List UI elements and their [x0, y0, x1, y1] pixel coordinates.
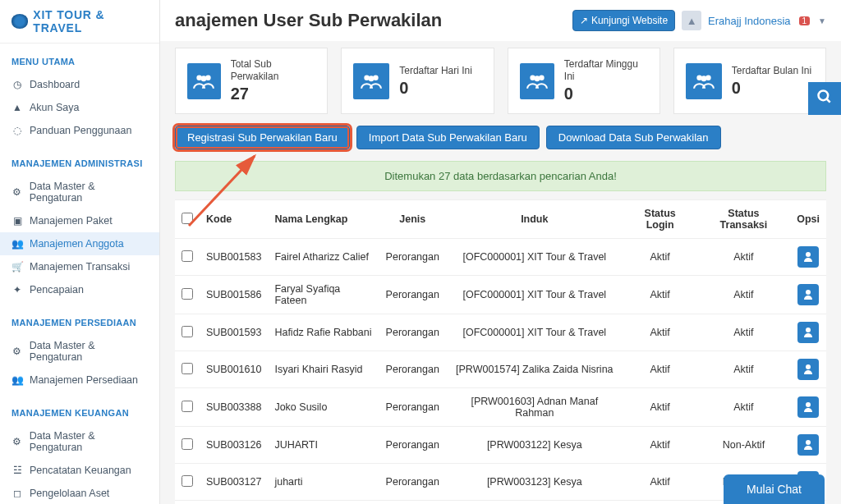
svg-point-11 [701, 76, 706, 81]
cell-jenis: Perorangan [379, 464, 446, 501]
cell-jenis: Perorangan [379, 314, 446, 351]
menu-icon: 🛒 [11, 261, 23, 273]
cell-kode: SUB003127 [200, 464, 268, 501]
menu-icon: ▲ [11, 102, 23, 113]
logo[interactable]: XIT TOUR & TRAVEL [0, 0, 159, 44]
column-header: Kode [200, 200, 268, 239]
cell-jenis: Perorangan [379, 388, 446, 427]
data-table: KodeNama LengkapJenisIndukStatus LoginSt… [175, 199, 826, 504]
menu-label: Pengelolaan Aset [30, 488, 109, 499]
menu-group-title: MANAJEMEN PERSEDIAAN [0, 314, 159, 334]
cell-induk: [PRW001603] Adnan Manaf Rahman [446, 388, 623, 427]
cell-kode: SUB001583 [200, 239, 268, 276]
row-checkbox[interactable] [182, 326, 193, 337]
menu-icon: ✦ [11, 284, 23, 296]
svg-point-13 [806, 290, 811, 295]
sidebar-item[interactable]: ▣Manajemen Paket [0, 209, 159, 232]
menu-label: Pencapaian [30, 284, 84, 296]
menu-icon: 👥 [11, 238, 23, 250]
table-row: SUB001593Hafidz Rafie RabbaniPerorangan[… [175, 314, 826, 351]
svg-point-12 [806, 252, 811, 257]
cell-login: Aktif [623, 351, 697, 388]
table-row: SUB003126JUHARTIPerorangan[PRW003122] Ke… [175, 427, 826, 464]
row-checkbox[interactable] [182, 401, 193, 412]
stat-card: Total Sub Perwakilan27 [175, 48, 328, 114]
sidebar-item[interactable]: ⚙Data Master & Pengaturan [0, 424, 159, 459]
sidebar-item[interactable]: ✦Pencapaian [0, 278, 159, 301]
search-button[interactable] [808, 82, 841, 115]
row-action-button[interactable] [797, 434, 819, 456]
stat-label: Terdaftar Hari Ini [399, 65, 472, 77]
row-checkbox[interactable] [182, 475, 193, 487]
cell-induk: [OFC000001] XIT Tour & Travel [446, 501, 623, 505]
cell-nama: juharti [268, 464, 379, 501]
table-row: SUB001610Isyari Khairi RasyidPerorangan[… [175, 351, 826, 388]
cell-login: Aktif [623, 239, 697, 276]
row-action-button[interactable] [797, 246, 819, 268]
brand-name: XIT TOUR & TRAVEL [33, 8, 148, 34]
svg-point-17 [806, 440, 811, 445]
start-chat-button[interactable]: Mulai Chat [724, 474, 825, 504]
import-data-button[interactable]: Import Data Sub Perwakilan Baru [356, 126, 540, 149]
stat-label: Terdaftar Minggu Ini [564, 58, 648, 83]
select-all-checkbox[interactable] [182, 213, 193, 224]
sidebar-item[interactable]: ◌Panduan Penggunaan [0, 119, 159, 142]
menu-icon: ◌ [11, 125, 23, 136]
row-action-button[interactable] [797, 322, 819, 343]
svg-point-2 [201, 76, 207, 81]
user-icon: ▲ [687, 15, 697, 27]
menu-label: Dashboard [30, 79, 80, 90]
stat-value: 0 [399, 79, 472, 98]
cell-nama: JUHARTI [268, 427, 379, 464]
cell-nama: Isyari Khairi Rasyid [268, 351, 379, 388]
sidebar-item[interactable]: ◻Pengelolaan Aset [0, 482, 159, 504]
logo-icon [11, 14, 28, 29]
row-checkbox[interactable] [182, 363, 193, 374]
register-sub-button[interactable]: Registrasi Sub Perwakilan Baru [175, 126, 350, 149]
cell-trans: Aktif [697, 351, 790, 388]
main: anajemen User Sub Perwakilan ↗ Kunjungi … [160, 0, 841, 504]
cell-login: Aktif [623, 501, 697, 505]
sidebar-item[interactable]: ◷Dashboard [0, 73, 159, 96]
cell-jenis: Perorangan [379, 239, 446, 276]
svg-point-8 [534, 76, 540, 81]
svg-line-21 [827, 99, 830, 102]
row-checkbox[interactable] [182, 438, 193, 450]
sidebar-item[interactable]: 🛒Manajemen Transaksi [0, 255, 159, 278]
chevron-down-icon[interactable]: ▼ [818, 16, 826, 25]
cell-trans: Aktif [697, 276, 790, 314]
cell-nama: Kafi Amal Falah [268, 501, 379, 505]
sidebar-item[interactable]: ▲Akun Saya [0, 96, 159, 119]
stat-value: 0 [564, 85, 648, 103]
row-action-button[interactable] [797, 284, 819, 305]
user-name[interactable]: Erahajj Indonesia [708, 15, 790, 27]
cell-induk: [OFC000001] XIT Tour & Travel [446, 314, 623, 351]
actions-row: Registrasi Sub Perwakilan Baru Import Da… [175, 126, 826, 149]
sidebar-item[interactable]: ⚙Data Master & Pengaturan [0, 175, 159, 209]
sidebar-item[interactable]: 👥Manajemen Anggota [0, 232, 159, 255]
alert-success: Ditemukan 27 data berdasarkan pencarian … [175, 161, 826, 191]
sidebar-item[interactable]: ☳Pencatatan Keuangan [0, 459, 159, 482]
table-row: SUB001583Fairel Atharizz CaliefPeroranga… [175, 239, 826, 276]
row-action-button[interactable] [797, 396, 819, 418]
menu-icon: ⚙ [11, 436, 23, 447]
cell-login: Aktif [623, 427, 697, 464]
visit-website-button[interactable]: ↗ Kunjungi Website [572, 10, 675, 31]
menu-label: Data Master & Pengaturan [30, 181, 148, 204]
sidebar-item[interactable]: ⚙Data Master & Pengaturan [0, 334, 159, 369]
avatar[interactable]: ▲ [682, 11, 701, 30]
notification-badge[interactable]: 1 [799, 16, 811, 25]
stat-label: Total Sub Perwakilan [231, 58, 316, 83]
menu-group-title: MENU UTAMA [0, 53, 159, 73]
sidebar-item[interactable]: 👥Manajemen Persediaan [0, 369, 159, 392]
row-action-button[interactable] [797, 359, 819, 380]
users-icon [686, 63, 722, 99]
stat-label: Terdaftar Bulan Ini [732, 65, 811, 77]
cell-kode: SUB003126 [200, 427, 268, 464]
row-checkbox[interactable] [182, 288, 193, 300]
svg-point-16 [806, 402, 811, 407]
column-header: Nama Lengkap [268, 200, 379, 239]
row-checkbox[interactable] [182, 250, 193, 262]
external-link-icon: ↗ [580, 15, 588, 26]
download-data-button[interactable]: Download Data Sub Perwakilan [546, 126, 721, 149]
